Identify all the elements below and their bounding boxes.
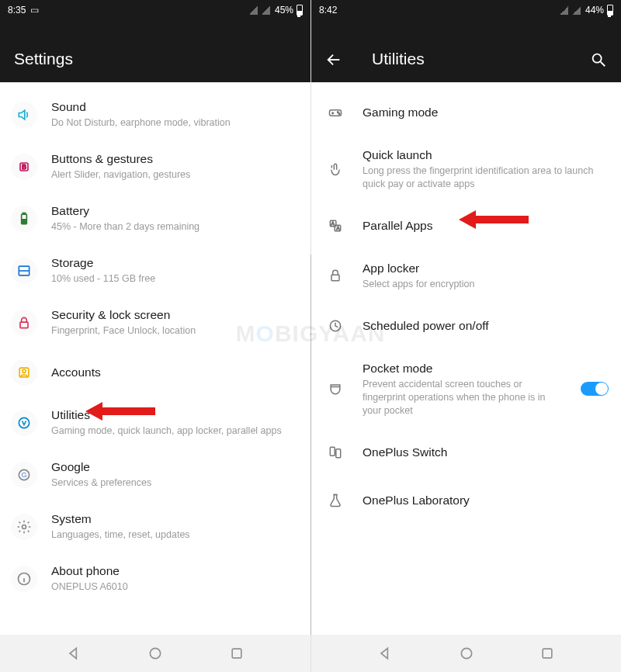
no-sim-icon xyxy=(262,5,270,15)
settings-list[interactable]: SoundDo Not Disturb, earphone mode, vibr… xyxy=(0,82,310,635)
padlock-icon xyxy=(322,262,349,289)
item-sub: Languages, time, reset, updates xyxy=(51,528,298,542)
utilities-icon xyxy=(11,410,37,436)
item-title: Sound xyxy=(51,99,298,115)
no-sim-icon xyxy=(560,5,568,15)
svg-point-14 xyxy=(23,525,26,528)
item-title: OnePlus Switch xyxy=(363,445,609,460)
pocket-mode-toggle[interactable] xyxy=(581,382,609,396)
nav-home-icon[interactable] xyxy=(147,646,163,661)
no-sim-icon xyxy=(250,5,258,15)
utilities-item-quick-launch[interactable]: Quick launchLong press the fingerprint i… xyxy=(311,137,621,202)
storage-icon xyxy=(11,258,37,284)
item-title: System xyxy=(51,511,298,527)
utilities-item-oneplus-switch[interactable]: OnePlus Switch xyxy=(311,428,621,476)
page-title: Utilities xyxy=(372,50,425,68)
svg-marker-40 xyxy=(381,648,387,658)
pane-divider xyxy=(310,255,311,635)
nav-home-icon[interactable] xyxy=(459,646,474,661)
svg-text:A: A xyxy=(336,226,339,230)
settings-item-google[interactable]: G GoogleServices & preferences xyxy=(0,449,310,501)
page-title: Settings xyxy=(14,50,73,68)
svg-rect-34 xyxy=(331,275,339,282)
item-sub: Services & preferences xyxy=(51,476,298,490)
app-bar-settings: Settings xyxy=(0,20,310,82)
svg-marker-18 xyxy=(70,648,76,658)
item-title: Google xyxy=(51,459,298,475)
speaker-icon xyxy=(11,102,37,128)
svg-point-28 xyxy=(338,113,340,115)
item-title: Accounts xyxy=(51,365,298,380)
item-title: Scheduled power on/off xyxy=(363,318,609,334)
settings-item-battery[interactable]: Battery45% - More than 2 days remaining xyxy=(0,192,310,244)
item-sub: Alert Slider, navigation, gestures xyxy=(51,168,298,182)
item-title: Buttons & gestures xyxy=(51,151,298,167)
item-title: Utilities xyxy=(51,407,298,423)
item-sub: Do Not Disturb, earphone mode, vibration xyxy=(51,116,298,130)
item-title: OnePlus Laboratory xyxy=(363,493,609,508)
item-title: App locker xyxy=(363,261,609,276)
svg-text:G: G xyxy=(21,471,26,479)
app-bar-utilities: Utilities xyxy=(311,20,621,82)
battery-pct: 44% xyxy=(585,5,604,16)
svg-rect-7 xyxy=(20,322,28,328)
item-title: Storage xyxy=(51,255,298,271)
utilities-list[interactable]: Gaming mode Quick launchLong press the f… xyxy=(311,82,621,635)
svg-text:A: A xyxy=(331,221,335,226)
utilities-item-pocket-mode[interactable]: Pocket modePrevent accidental screen tou… xyxy=(311,350,621,428)
nav-bar-right xyxy=(311,635,621,672)
nav-back-icon[interactable] xyxy=(377,646,393,661)
svg-point-9 xyxy=(23,369,26,372)
svg-point-19 xyxy=(150,648,160,658)
item-sub: Gaming mode, quick launch, app locker, p… xyxy=(51,424,298,438)
settings-item-storage[interactable]: Storage10% used - 115 GB free xyxy=(0,244,310,296)
utilities-item-parallel-apps[interactable]: AA Parallel Apps xyxy=(311,202,621,250)
settings-item-accounts[interactable]: Accounts xyxy=(0,348,310,397)
google-icon: G xyxy=(11,462,37,488)
svg-point-22 xyxy=(593,54,602,63)
nav-bar-left xyxy=(0,635,310,672)
svg-line-23 xyxy=(601,62,605,67)
battery-icon xyxy=(607,5,613,16)
item-sub: ONEPLUS A6010 xyxy=(51,580,298,594)
nav-back-icon[interactable] xyxy=(66,646,82,661)
svg-rect-4 xyxy=(23,219,26,223)
settings-item-about[interactable]: About phoneONEPLUS A6010 xyxy=(0,552,310,604)
utilities-item-app-locker[interactable]: App lockerSelect apps for encryption xyxy=(311,250,621,302)
info-icon xyxy=(11,566,37,592)
nav-recents-icon[interactable] xyxy=(229,646,245,661)
status-bar-left: 8:35 ▭ 45% xyxy=(0,0,310,20)
settings-item-utilities[interactable]: UtilitiesGaming mode, quick launch, app … xyxy=(0,397,310,449)
svg-rect-37 xyxy=(330,447,335,456)
battery-icon xyxy=(11,206,37,232)
svg-rect-3 xyxy=(23,213,25,214)
item-title: Quick launch xyxy=(363,147,609,163)
item-sub: 10% used - 115 GB free xyxy=(51,272,298,286)
item-title: Battery xyxy=(51,203,298,219)
svg-rect-38 xyxy=(336,449,341,458)
status-bar-right: 8:42 44% xyxy=(311,0,621,20)
item-sub: Select apps for encryption xyxy=(363,278,609,291)
lock-icon xyxy=(11,310,37,336)
item-title: Parallel Apps xyxy=(363,218,609,234)
gear-icon xyxy=(11,514,37,540)
utilities-item-gaming-mode[interactable]: Gaming mode xyxy=(311,88,621,137)
svg-point-41 xyxy=(461,648,471,658)
settings-item-sound[interactable]: SoundDo Not Disturb, earphone mode, vibr… xyxy=(0,88,310,140)
buttons-icon: B xyxy=(11,154,37,180)
settings-item-buttons[interactable]: B Buttons & gesturesAlert Slider, naviga… xyxy=(0,140,310,192)
lab-icon xyxy=(322,487,349,514)
switch-phone-icon xyxy=(322,439,349,466)
parallel-apps-icon: AA xyxy=(322,213,349,239)
status-time: 8:35 xyxy=(8,5,26,16)
gamepad-icon xyxy=(322,99,349,126)
settings-item-system[interactable]: SystemLanguages, time, reset, updates xyxy=(0,501,310,552)
item-sub: Long press the fingerprint identificatio… xyxy=(363,165,609,191)
battery-pct: 45% xyxy=(275,5,293,16)
nav-recents-icon[interactable] xyxy=(539,646,555,661)
pocket-icon xyxy=(322,376,349,402)
no-sim-icon xyxy=(573,5,581,15)
utilities-item-oneplus-laboratory[interactable]: OnePlus Laboratory xyxy=(311,476,621,525)
back-arrow-icon[interactable] xyxy=(325,51,342,68)
search-icon[interactable] xyxy=(590,51,607,68)
